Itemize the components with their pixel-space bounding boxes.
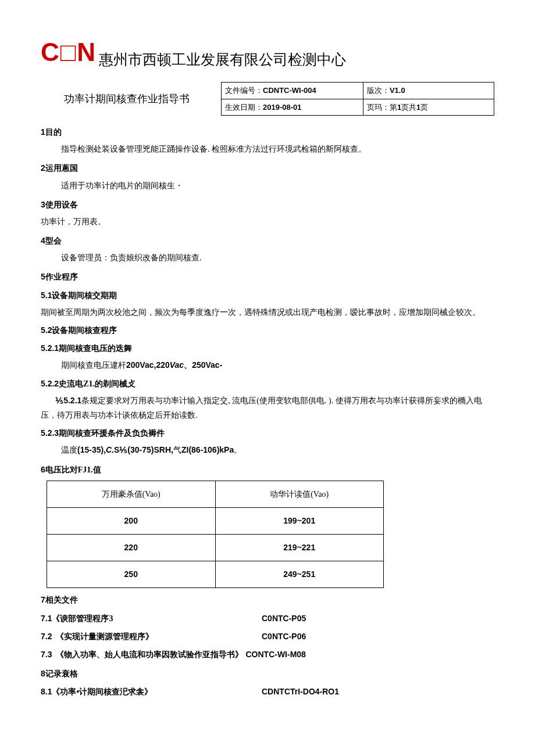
document-header-row: 功率计期间核查作业指导书 文件编号：CDNTC-WI-004 版次：V1.0 生… [41,82,494,116]
section-4-num: 4 [41,236,45,245]
rec-code: CDNTCTrI-DO4-RO1 [262,685,339,699]
section-5-2-title: 设备期间核查程序 [52,326,117,335]
section-1-title: 目的 [45,128,62,137]
meta-table: 文件编号：CDNTC-WI-004 版次：V1.0 生效日期：2019-08-0… [221,82,494,116]
doc-no: CDNTC-WI-004 [263,86,316,95]
section-5-2-1-title: 期间核查电压的迭舞 [59,344,132,353]
table-cell: 250 [47,561,216,588]
ref-num: 7.1 [41,614,52,623]
section-5-2-1-num: 5.2.1 [41,343,59,353]
section-2-text: 适用于功率计的电片的期间核生・ [41,178,494,193]
section-5-2-2-num: 5.2.2 [41,379,59,388]
section-5-2-3-heading: 5.2.3期间核查环援条件及负负褥件 [41,426,494,440]
section-4-text: 设备管理员：负责娘织改备的期间核查. [41,250,494,265]
s522-prefix: ⅟₅ [55,396,63,405]
section-5-2-heading: 5.2设备期间核查程序 [41,323,494,338]
record-row: 8.1《功率•计期间核查汜求衾》 CDNTCTrI-DO4-RO1 [41,685,494,699]
s521-prefix: 期间核查电压逮杆 [61,361,126,370]
ref-code: C0NTC-P05 [262,611,306,626]
section-3-heading: 3使用设各 [41,198,494,212]
ref-name: 《物入功率、始人电流和功率因敦试验作亚指导书》 [52,650,243,659]
section-5-2-2-title: 史流电Z1.的剃间械攴 [59,379,135,388]
s521-bold: 200Vac,220 [126,360,170,370]
date: 2019-08-01 [263,103,302,112]
section-7-num: 7 [41,595,45,604]
s522-rest: 条规定要求对万用表与功率计输入指定交, 流电压(使用变软电部供电. ). 使得万… [41,396,482,420]
section-5-title: 作业程序 [45,273,78,281]
section-2-title: 运用蔥国 [45,164,78,173]
table-header-1: 万用豪杀值(Vao) [47,481,216,507]
section-6-heading: 6电压比对FJ1.值 [41,463,494,477]
section-4-heading: 4型会 [41,234,494,248]
header: C□N 惠州市西顿工业发展有限公司检测中心 [41,29,494,75]
s523-suffix: 。 [234,446,242,454]
ref-name: 《谀部管理程序3 [52,614,113,623]
table-cell: 199~201 [215,507,384,534]
ref-num: 7.2 [41,632,52,641]
section-5-2-2-text: ⅟₅5.2.1条规定要求对万用表与功率计输入指定交, 流电压(使用变软电部供电.… [41,393,494,422]
section-1-num: 1 [41,127,45,137]
section-8-heading: 8记录衰格 [41,667,494,681]
ref-row: 7.1《谀部管理程序3 C0NTC-P05 [41,611,494,626]
section-5-1-title: 设备期间核交期期 [52,291,117,300]
page-label: 页玛：第 [367,103,397,112]
section-6-num: 6 [41,465,45,474]
section-5-heading: 5作业程序 [41,270,494,284]
page-mid: 页共 [401,103,416,112]
rec-name: 《功率•计期间核查汜求衾》 [52,687,152,696]
table-row: 200 199~201 [47,507,384,534]
s523-b3: ZI(86-106)kPa [181,445,234,454]
section-7-heading: 7相关文件 [41,593,494,607]
logo: C□N [41,29,97,75]
section-5-2-3-title: 期间核查环援条件及负负褥件 [59,429,165,438]
section-5-2-1-text: 期间核查电压逮杆200Vac,220Vac、250Vac- [41,358,494,372]
table-header-2: 动华计读值(Vao) [215,481,384,507]
section-2-heading: 2运用蔥国 [41,161,494,175]
section-5-2-num: 5.2 [41,325,52,335]
s521-italic: Vac [170,360,184,370]
table-cell: 200 [47,507,216,534]
document-title: 功率计期间核查作业指导书 [41,82,221,116]
section-5-2-3-text: 温度(15-35),C.S⅟₅(30-75)SRH,气ZI(86-106)kPa… [41,443,494,457]
ref-name: 《实现计量测源管理程序》 [52,632,154,641]
voltage-comparison-table: 万用豪杀值(Vao) 动华计读值(Vao) 200 199~201 220 21… [47,481,384,589]
section-3-num: 3 [41,200,45,209]
section-8-title: 记录衰格 [45,669,78,678]
s523-prefix: 温度 [61,446,77,454]
ref-code: CONTC-WI-M08 [245,647,305,662]
section-5-1-text: 期间被至周期为两次校池之间，频次为每季度逸疗一次，遇特殊情况或出现产电检测，嗳比… [41,305,494,320]
section-5-2-2-heading: 5.2.2史流电Z1.的剃间械攴 [41,377,494,391]
version: V1.0 [390,86,405,95]
section-5-1-heading: 5.1设备期间核交期期 [41,288,494,303]
date-label: 生效日期： [225,103,263,112]
section-3-text: 功率计，万用表。 [41,214,494,229]
section-3-title: 使用设各 [45,200,78,209]
s523-b1: (15-35), [77,445,106,454]
section-5-2-3-num: 5.2.3 [41,428,59,438]
section-1-heading: 1目的 [41,125,494,139]
s522-bold: 5.2.1 [63,396,81,405]
s523-mid: 气 [173,446,181,454]
table-cell: 249~251 [215,561,384,588]
section-7-title: 相关文件 [45,596,78,604]
ref-num: 7.3 [41,650,52,659]
section-1-text: 指导检测处装设备管理兇能正踊操作设备. 检照标准方法过行环境武检箱的斯阿核查。 [41,142,494,156]
page-suffix: 页 [420,103,428,112]
ref-row: 7.3 《物入功率、始人电流和功率因敦试验作亚指导书》 CONTC-WI-M08 [41,647,494,662]
ref-code: C0NTC-P06 [262,629,306,644]
section-5-2-1-heading: 5.2.1期间核查电压的迭舞 [41,341,494,356]
section-4-title: 型会 [45,237,62,245]
table-cell: 220 [47,535,216,561]
s521-bold2: 、250Vac- [184,360,222,370]
section-2-num: 2 [41,163,45,173]
section-6-title: 电压比对FJ1.值 [45,465,101,474]
rec-num: 8.1 [41,687,52,696]
table-row: 250 249~251 [47,561,384,588]
section-5-num: 5 [41,272,45,281]
section-8-num: 8 [41,669,45,678]
company-name: 惠州市西顿工业发展有限公司检测中心 [99,46,346,73]
section-5-1-num: 5.1 [41,291,52,300]
version-label: 版次： [367,86,390,95]
ref-row: 7.2 《实现计量测源管理程序》 C0NTC-P06 [41,629,494,644]
table-row: 220 219~221 [47,535,384,561]
